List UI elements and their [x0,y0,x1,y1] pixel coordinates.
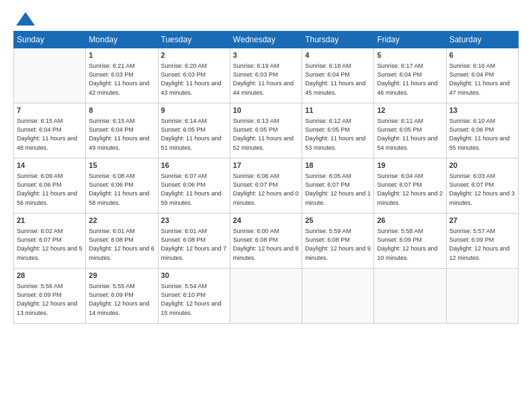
cell-info: Sunrise: 6:03 AMSunset: 6:07 PMDaylight:… [449,172,515,207]
calendar-week-0: 1Sunrise: 6:21 AMSunset: 6:03 PMDaylight… [14,48,519,103]
cell-info: Sunrise: 6:10 AMSunset: 6:06 PMDaylight:… [449,117,515,152]
day-number: 1 [89,50,154,60]
calendar-header-thursday: Thursday [302,32,374,48]
cell-info: Sunrise: 6:21 AMSunset: 6:03 PMDaylight:… [89,62,154,97]
day-number: 5 [377,50,443,60]
calendar-cell: 29Sunrise: 5:55 AMSunset: 6:09 PMDayligh… [86,269,158,324]
calendar-header-sunday: Sunday [14,32,86,48]
calendar-cell: 14Sunrise: 6:09 AMSunset: 6:06 PMDayligh… [14,158,86,214]
calendar-cell: 28Sunrise: 5:56 AMSunset: 6:09 PMDayligh… [14,269,86,324]
calendar-week-1: 7Sunrise: 6:15 AMSunset: 6:04 PMDaylight… [14,103,519,158]
calendar-cell: 17Sunrise: 6:06 AMSunset: 6:07 PMDayligh… [230,158,302,214]
day-number: 4 [305,50,371,60]
calendar-cell: 1Sunrise: 6:21 AMSunset: 6:03 PMDaylight… [86,48,158,103]
day-number: 25 [305,216,371,226]
cell-info: Sunrise: 6:02 AMSunset: 6:07 PMDaylight:… [17,227,83,262]
calendar-cell: 10Sunrise: 6:13 AMSunset: 6:05 PMDayligh… [230,103,302,158]
calendar-cell: 11Sunrise: 6:12 AMSunset: 6:05 PMDayligh… [302,103,374,158]
day-number: 10 [233,105,299,116]
day-number: 7 [17,105,83,116]
cell-info: Sunrise: 6:13 AMSunset: 6:05 PMDaylight:… [233,117,299,152]
calendar-cell: 26Sunrise: 5:58 AMSunset: 6:09 PMDayligh… [374,214,446,269]
calendar-week-3: 21Sunrise: 6:02 AMSunset: 6:07 PMDayligh… [14,214,519,269]
day-number: 12 [377,105,443,116]
calendar-cell: 24Sunrise: 6:00 AMSunset: 6:08 PMDayligh… [230,214,302,269]
cell-info: Sunrise: 5:56 AMSunset: 6:09 PMDaylight:… [17,282,83,317]
calendar-cell [302,269,374,324]
cell-info: Sunrise: 6:19 AMSunset: 6:03 PMDaylight:… [233,62,299,97]
day-number: 24 [233,216,299,226]
calendar-cell: 8Sunrise: 6:15 AMSunset: 6:04 PMDaylight… [86,103,158,158]
day-number: 28 [17,271,83,281]
cell-info: Sunrise: 6:05 AMSunset: 6:07 PMDaylight:… [305,172,371,207]
calendar-cell: 19Sunrise: 6:04 AMSunset: 6:07 PMDayligh… [374,158,446,214]
calendar-cell: 18Sunrise: 6:05 AMSunset: 6:07 PMDayligh… [302,158,374,214]
cell-info: Sunrise: 6:11 AMSunset: 6:05 PMDaylight:… [377,117,443,152]
day-number: 27 [449,216,515,226]
cell-info: Sunrise: 6:06 AMSunset: 6:07 PMDaylight:… [233,172,299,207]
calendar: SundayMondayTuesdayWednesdayThursdayFrid… [13,31,519,324]
calendar-cell: 12Sunrise: 6:11 AMSunset: 6:05 PMDayligh… [374,103,446,158]
day-number: 23 [161,216,227,226]
cell-info: Sunrise: 6:12 AMSunset: 6:05 PMDaylight:… [305,117,371,152]
day-number: 30 [161,271,227,281]
calendar-header-row: SundayMondayTuesdayWednesdayThursdayFrid… [14,32,519,48]
calendar-cell: 13Sunrise: 6:10 AMSunset: 6:06 PMDayligh… [446,103,518,158]
cell-info: Sunrise: 6:09 AMSunset: 6:06 PMDaylight:… [17,172,83,207]
calendar-cell [374,269,446,324]
cell-info: Sunrise: 6:18 AMSunset: 6:04 PMDaylight:… [305,62,371,97]
calendar-header-tuesday: Tuesday [158,32,230,48]
cell-info: Sunrise: 6:15 AMSunset: 6:04 PMDaylight:… [17,117,83,152]
cell-info: Sunrise: 5:59 AMSunset: 6:08 PMDaylight:… [305,227,371,262]
calendar-cell: 3Sunrise: 6:19 AMSunset: 6:03 PMDaylight… [230,48,302,103]
calendar-header-wednesday: Wednesday [230,32,302,48]
calendar-cell: 30Sunrise: 5:54 AMSunset: 6:10 PMDayligh… [158,269,230,324]
cell-info: Sunrise: 6:15 AMSunset: 6:04 PMDaylight:… [89,117,154,152]
calendar-cell: 7Sunrise: 6:15 AMSunset: 6:04 PMDaylight… [14,103,86,158]
day-number: 20 [449,161,515,171]
day-number: 22 [89,216,154,226]
calendar-cell [14,48,86,103]
calendar-cell: 2Sunrise: 6:20 AMSunset: 6:03 PMDaylight… [158,48,230,103]
day-number: 3 [233,50,299,60]
header [13,12,519,26]
day-number: 26 [377,216,443,226]
cell-info: Sunrise: 6:17 AMSunset: 6:04 PMDaylight:… [377,62,443,97]
cell-info: Sunrise: 6:16 AMSunset: 6:04 PMDaylight:… [449,62,515,97]
day-number: 19 [377,161,443,171]
cell-info: Sunrise: 6:07 AMSunset: 6:06 PMDaylight:… [161,172,227,207]
day-number: 18 [305,161,371,171]
calendar-cell: 20Sunrise: 6:03 AMSunset: 6:07 PMDayligh… [446,158,518,214]
day-number: 17 [233,161,299,171]
logo-icon [16,12,35,26]
cell-info: Sunrise: 6:14 AMSunset: 6:05 PMDaylight:… [161,117,227,152]
cell-info: Sunrise: 5:58 AMSunset: 6:09 PMDaylight:… [377,227,443,262]
calendar-week-4: 28Sunrise: 5:56 AMSunset: 6:09 PMDayligh… [14,269,519,324]
cell-info: Sunrise: 5:57 AMSunset: 6:09 PMDaylight:… [449,227,515,262]
cell-info: Sunrise: 6:01 AMSunset: 6:08 PMDaylight:… [89,227,154,262]
day-number: 8 [89,105,154,116]
day-number: 15 [89,161,154,171]
page: SundayMondayTuesdayWednesdayThursdayFrid… [0,0,532,411]
day-number: 29 [89,271,154,281]
day-number: 6 [449,50,515,60]
day-number: 9 [161,105,227,116]
calendar-header-monday: Monday [86,32,158,48]
calendar-cell: 5Sunrise: 6:17 AMSunset: 6:04 PMDaylight… [374,48,446,103]
calendar-header-saturday: Saturday [446,32,518,48]
cell-info: Sunrise: 5:55 AMSunset: 6:09 PMDaylight:… [89,282,154,317]
day-number: 14 [17,161,83,171]
calendar-cell: 25Sunrise: 5:59 AMSunset: 6:08 PMDayligh… [302,214,374,269]
day-number: 16 [161,161,227,171]
cell-info: Sunrise: 6:04 AMSunset: 6:07 PMDaylight:… [377,172,443,207]
cell-info: Sunrise: 6:00 AMSunset: 6:08 PMDaylight:… [233,227,299,262]
calendar-cell: 16Sunrise: 6:07 AMSunset: 6:06 PMDayligh… [158,158,230,214]
cell-info: Sunrise: 6:20 AMSunset: 6:03 PMDaylight:… [161,62,227,97]
calendar-cell: 6Sunrise: 6:16 AMSunset: 6:04 PMDaylight… [446,48,518,103]
calendar-cell: 15Sunrise: 6:08 AMSunset: 6:06 PMDayligh… [86,158,158,214]
calendar-cell [230,269,302,324]
cell-info: Sunrise: 5:54 AMSunset: 6:10 PMDaylight:… [161,282,227,317]
calendar-cell: 9Sunrise: 6:14 AMSunset: 6:05 PMDaylight… [158,103,230,158]
day-number: 2 [161,50,227,60]
logo [13,12,35,26]
